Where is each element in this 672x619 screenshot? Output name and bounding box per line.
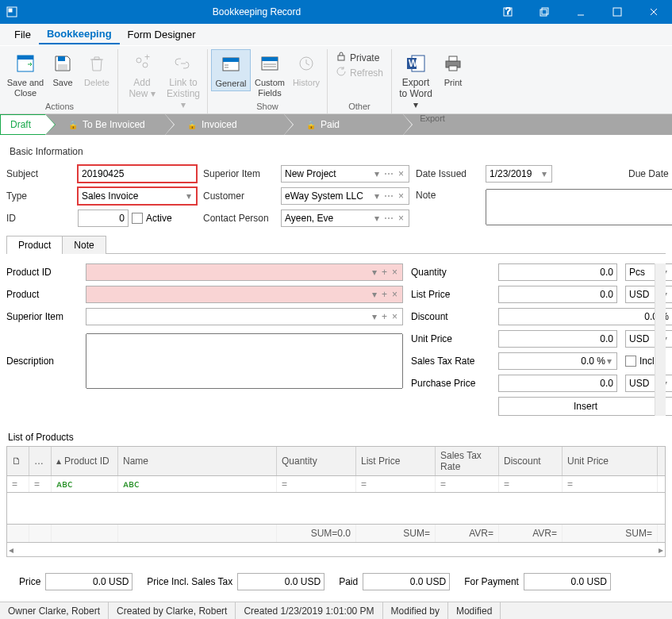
- filter-cell[interactable]: ᴀʙᴄ: [118, 476, 277, 492]
- minimize-button[interactable]: [563, 0, 599, 24]
- active-checkbox[interactable]: [132, 213, 143, 224]
- superior-item-combo[interactable]: New Project▾⋯×: [281, 165, 409, 183]
- for-payment-input[interactable]: [524, 573, 611, 590]
- purchase-price-label: Purchase Price: [411, 378, 490, 389]
- col-sales-tax[interactable]: Sales Tax Rate: [436, 447, 499, 475]
- dropdown-icon[interactable]: ▾: [371, 311, 378, 322]
- scroll-left-icon[interactable]: ◂: [9, 544, 13, 556]
- svg-rect-17: [223, 58, 239, 62]
- col-quantity[interactable]: Quantity: [277, 447, 356, 475]
- date-issued-input[interactable]: 1/23/2019▾: [486, 165, 552, 183]
- restore-size-button[interactable]: [526, 0, 563, 24]
- note-textarea[interactable]: [486, 189, 672, 225]
- clear-icon[interactable]: ×: [390, 289, 399, 300]
- save-button[interactable]: Save: [46, 49, 79, 90]
- horizontal-scrollbar[interactable]: ◂ ▸: [6, 543, 666, 557]
- help-button[interactable]: ?: [490, 0, 526, 24]
- add-icon[interactable]: +: [380, 311, 389, 322]
- description-textarea[interactable]: [86, 333, 403, 389]
- more-icon[interactable]: ⋯: [382, 168, 395, 179]
- col-blank[interactable]: …: [29, 447, 52, 475]
- dropdown-icon[interactable]: ▾: [373, 213, 381, 224]
- discount-input[interactable]: [498, 308, 672, 325]
- filter-cell[interactable]: =: [29, 476, 52, 492]
- clear-icon[interactable]: ×: [390, 311, 399, 322]
- scroll-right-icon[interactable]: ▸: [659, 544, 663, 556]
- quantity-input[interactable]: [498, 263, 617, 281]
- menu-bookkeeping[interactable]: Bookkeeping: [39, 25, 120, 44]
- col-discount[interactable]: Discount: [499, 447, 563, 475]
- col-selector[interactable]: 🗋: [7, 447, 29, 475]
- more-icon[interactable]: ⋯: [382, 213, 395, 224]
- dropdown-icon[interactable]: ▾: [605, 356, 613, 367]
- type-combo[interactable]: Sales Invoice▾: [78, 187, 197, 205]
- step-invoiced[interactable]: 🔒Invoiced: [165, 114, 284, 135]
- private-toggle[interactable]: Private: [336, 51, 383, 64]
- svg-rect-4: [540, 10, 547, 16]
- refresh-button[interactable]: Refresh: [336, 66, 383, 79]
- link-existing-button[interactable]: Link to Existing ▾: [163, 49, 204, 112]
- unit-price-input[interactable]: [498, 330, 617, 348]
- step-to-be-invoiced[interactable]: 🔒To Be Invoiced: [46, 114, 165, 135]
- clear-icon[interactable]: ×: [390, 267, 399, 278]
- incl-checkbox[interactable]: [625, 356, 636, 367]
- sales-tax-rate-input[interactable]: 0.0 %▾: [498, 352, 617, 370]
- id-input[interactable]: [78, 210, 129, 227]
- insert-button[interactable]: Insert: [498, 397, 672, 416]
- contact-combo[interactable]: Ayeen, Eve▾⋯×: [281, 210, 409, 227]
- product-combo[interactable]: ▾+×: [86, 286, 403, 303]
- tab-note[interactable]: Note: [62, 236, 106, 254]
- list-price-input[interactable]: [498, 286, 617, 303]
- svg-point-13: [136, 58, 141, 63]
- dropdown-icon[interactable]: ▾: [371, 289, 378, 300]
- close-button[interactable]: [636, 0, 672, 24]
- col-list-price[interactable]: List Price: [356, 447, 436, 475]
- filter-cell[interactable]: =: [356, 476, 436, 492]
- subject-input[interactable]: [78, 165, 197, 183]
- price-incl-input[interactable]: [237, 573, 324, 590]
- maximize-button[interactable]: [599, 0, 636, 24]
- customer-combo[interactable]: eWay System LLC▾⋯×: [281, 187, 409, 205]
- save-and-close-button[interactable]: Save and Close: [5, 49, 46, 99]
- add-icon[interactable]: +: [380, 267, 389, 278]
- contact-label: Contact Person: [203, 213, 275, 224]
- add-new-button[interactable]: + Add New ▾: [121, 49, 163, 102]
- product-id-combo[interactable]: ▾+×: [86, 263, 403, 281]
- history-button[interactable]: History: [289, 49, 324, 90]
- export-word-button[interactable]: W Export to Word ▾: [395, 49, 436, 112]
- general-button[interactable]: General: [211, 49, 251, 91]
- menu-form-designer[interactable]: Form Designer: [120, 25, 204, 44]
- vertical-scrollbar[interactable]: [655, 263, 666, 416]
- link-icon: [171, 51, 196, 76]
- clear-icon[interactable]: ×: [397, 190, 405, 202]
- delete-button[interactable]: Delete: [79, 49, 114, 90]
- menu-file[interactable]: File: [6, 25, 39, 44]
- dropdown-icon[interactable]: ▾: [185, 190, 193, 202]
- step-draft[interactable]: Draft: [0, 114, 46, 135]
- clear-icon[interactable]: ×: [397, 213, 405, 224]
- tab-product[interactable]: Product: [6, 236, 63, 254]
- print-button[interactable]: Print: [436, 49, 470, 90]
- filter-cell[interactable]: =: [563, 476, 658, 492]
- dropdown-icon[interactable]: ▾: [373, 190, 381, 202]
- filter-cell[interactable]: =: [277, 476, 356, 492]
- col-unit-price[interactable]: Unit Price: [563, 447, 658, 475]
- filter-cell[interactable]: =: [436, 476, 499, 492]
- superior-item-combo2[interactable]: ▾+×: [86, 308, 403, 325]
- clear-icon[interactable]: ×: [397, 168, 405, 179]
- add-icon[interactable]: +: [380, 289, 389, 300]
- col-name[interactable]: Name: [118, 447, 277, 475]
- purchase-price-input[interactable]: [498, 375, 617, 392]
- price-input[interactable]: [45, 573, 132, 590]
- filter-cell[interactable]: ᴀʙᴄ: [52, 476, 118, 492]
- more-icon[interactable]: ⋯: [382, 190, 395, 202]
- custom-fields-button[interactable]: Custom Fields: [251, 49, 289, 99]
- filter-cell[interactable]: =: [499, 476, 563, 492]
- paid-input[interactable]: [363, 573, 450, 590]
- dropdown-icon[interactable]: ▾: [371, 267, 378, 278]
- dropdown-icon[interactable]: ▾: [540, 168, 548, 179]
- filter-cell[interactable]: =: [7, 476, 29, 492]
- col-product-id[interactable]: ▴Product ID: [52, 447, 118, 475]
- dropdown-icon[interactable]: ▾: [373, 168, 381, 179]
- step-paid[interactable]: 🔒Paid: [284, 114, 403, 135]
